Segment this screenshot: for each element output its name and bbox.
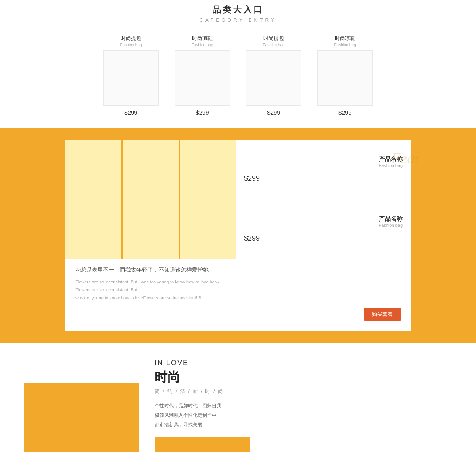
desc-main: 花总是表里不一，而我太年轻了，不知道该怎样爱护她 — [75, 266, 401, 274]
product-sub-1: Fashion bag — [175, 43, 230, 47]
page-main-title: 品类大入口 — [24, 4, 452, 16]
featured-product-2: 产品名称 Fashion bag $299 — [236, 199, 411, 259]
featured-product-1: 产品名称 Fashion bag $299 — [236, 140, 411, 199]
shishang-sub: 简 / 约 / 清 / 新 / 时 / 尚 — [155, 388, 452, 395]
product-card-0: 时尚提包 Fashion bag $299 — [103, 35, 159, 116]
featured-img-3 — [180, 140, 236, 259]
top-section: 品类大入口 CATEGORY ENTRY 时尚提包 Fashion bag $2… — [0, 0, 476, 128]
product-price-1: $299 — [175, 109, 230, 116]
product-sub-0: Fashion bag — [103, 43, 159, 47]
product-sub-3: Fashion bag — [317, 43, 373, 47]
bottom-desc-1: 个性时代，品牌时代，回归自我 — [155, 401, 452, 410]
description-area: 花总是表里不一，而我太年轻了，不知道该怎样爱护她 Flowers are so … — [65, 259, 411, 331]
page-header: 品类大入口 CATEGORY ENTRY — [24, 0, 452, 35]
buy-btn-row: 购买套餐 — [75, 308, 401, 323]
featured-product-2-sub: Fashion bag — [244, 223, 403, 228]
bottom-desc-3: 都市清新风，寻找美丽 — [155, 420, 452, 429]
product-image-3 — [317, 50, 373, 106]
featured-product-2-name: 产品名称 — [244, 215, 403, 223]
featured-product-1-price: $299 — [244, 174, 403, 183]
featured-divider-2 — [252, 231, 395, 231]
product-name-2: 时尚提包 — [246, 35, 301, 42]
in-love-label: IN LOVE — [155, 359, 452, 367]
bottom-content: IN LOVE 时尚 简 / 约 / 清 / 新 / 时 / 尚 个性时代，品牌… — [24, 359, 452, 452]
desc-sub-1: Flowers are so inconsistant! But I was t… — [75, 280, 219, 284]
product-price-0: $299 — [103, 109, 159, 116]
bottom-right-img-1 — [155, 437, 250, 452]
product-card-3: 时尚凉鞋 Fashion bag $299 — [317, 35, 373, 116]
product-price-2: $299 — [246, 109, 301, 116]
featured-product-1-sub: Fashion bag — [244, 163, 403, 168]
product-card-1: 时尚凉鞋 Fashion bag $299 — [175, 35, 230, 116]
bottom-desc-2: 极简风潮融入个性化定制当中 — [155, 410, 452, 420]
featured-images — [65, 140, 236, 259]
featured-product-1-name: 产品名称 — [244, 155, 403, 163]
featured-img-1 — [65, 140, 123, 259]
product-sub-2: Fashion bag — [246, 43, 301, 47]
product-name-3: 时尚凉鞋 — [317, 35, 373, 42]
product-image-0 — [103, 50, 159, 106]
featured-product-2-price: $299 — [244, 234, 403, 243]
featured-products: 产品名称 Fashion bag $299 产品名称 Fashion bag $… — [236, 140, 411, 259]
products-grid: 时尚提包 Fashion bag $299 时尚凉鞋 Fashion bag $… — [24, 35, 452, 116]
featured-divider-1 — [252, 171, 395, 171]
product-card-2: 时尚提包 Fashion bag $299 — [246, 35, 301, 116]
product-price-3: $299 — [317, 109, 373, 116]
shishang-title: 时尚 — [155, 369, 452, 386]
buy-button[interactable]: 购买套餐 — [364, 308, 401, 321]
product-image-2 — [246, 50, 301, 106]
bottom-section: IN LOVE 时尚 简 / 约 / 清 / 新 / 时 / 尚 个性时代，品牌… — [0, 343, 476, 452]
bottom-images-row — [155, 437, 452, 452]
desc-sub-2: Flowers are so inconsistant! But I — [75, 287, 140, 292]
product-name-0: 时尚提包 — [103, 35, 159, 42]
featured-img-2 — [123, 140, 180, 259]
product-name-1: 时尚凉鞋 — [175, 35, 230, 42]
bottom-right: IN LOVE 时尚 简 / 约 / 清 / 新 / 时 / 尚 个性时代，品牌… — [155, 359, 452, 452]
desc-sub: Flowers are so inconsistant! But I was t… — [75, 278, 401, 302]
featured-container: 产品名称 Fashion bag $299 产品名称 Fashion bag $… — [65, 140, 411, 331]
product-image-1 — [175, 50, 230, 106]
desc-sub-3: was too young to know how to loveFlowers… — [75, 295, 201, 300]
bottom-desc-lines: 个性时代，品牌时代，回归自我 极简风潮融入个性化定制当中 都市清新风，寻找美丽 — [155, 401, 452, 429]
orange-section: Fear 产品名称 Fashion bag $299 产品名称 Fashion — [0, 128, 476, 343]
page-sub-title: CATEGORY ENTRY — [24, 17, 452, 23]
featured-top: 产品名称 Fashion bag $299 产品名称 Fashion bag $… — [65, 140, 411, 259]
bottom-left-image — [24, 383, 139, 452]
